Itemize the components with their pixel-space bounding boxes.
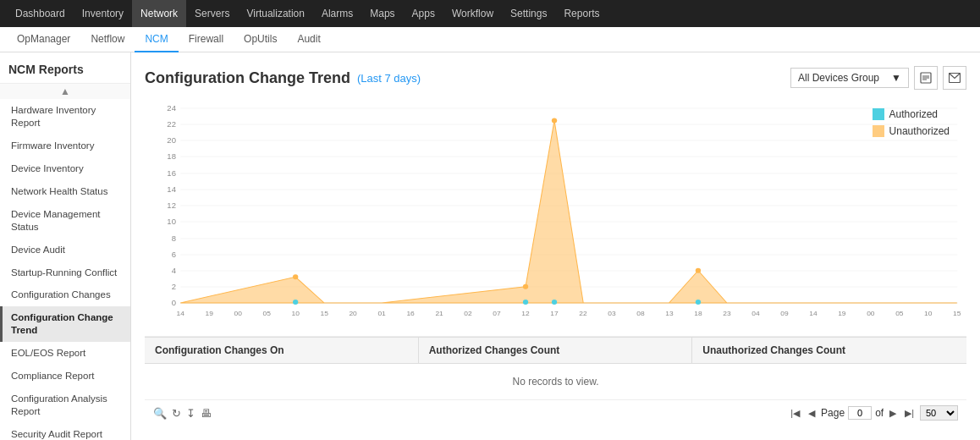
svg-text:4: 4	[172, 267, 176, 275]
svg-text:22: 22	[579, 310, 587, 317]
svg-text:19: 19	[838, 310, 846, 317]
report-controls: All Devices Group ▼	[790, 66, 966, 90]
svg-text:01: 01	[377, 310, 386, 317]
svg-text:18: 18	[167, 152, 176, 161]
subnav-netflow[interactable]: Netflow	[80, 27, 135, 52]
download-icon[interactable]: ↧	[186, 407, 195, 420]
svg-text:12: 12	[521, 310, 530, 317]
svg-text:10: 10	[167, 217, 176, 226]
nav-item-dashboard[interactable]: Dashboard	[7, 0, 74, 27]
per-page-select[interactable]: 50 100 25	[920, 405, 958, 421]
svg-text:03: 03	[608, 310, 616, 317]
legend-authorized: Authorized	[873, 108, 950, 120]
device-group-label: All Devices Group	[798, 72, 879, 84]
nav-item-servers[interactable]: Servers	[186, 0, 238, 27]
svg-text:10: 10	[291, 310, 300, 317]
sidebar-item-device-management[interactable]: Device Management Status	[0, 203, 130, 239]
print-icon[interactable]: 🖶	[201, 407, 212, 420]
svg-text:16: 16	[406, 310, 415, 317]
sidebar-item-security-audit[interactable]: Security Audit Report	[0, 423, 130, 440]
nav-item-alarms[interactable]: Alarms	[313, 0, 361, 27]
nav-item-virtualization[interactable]: Virtualization	[238, 0, 312, 27]
top-nav: Dashboard Inventory Network Servers Virt…	[0, 0, 980, 27]
subnav-firewall[interactable]: Firewall	[179, 27, 234, 52]
first-page-button[interactable]: |◀	[788, 407, 802, 420]
nav-item-apps[interactable]: Apps	[404, 0, 443, 27]
subnav-opmanager[interactable]: OpManager	[7, 27, 80, 52]
report-subtitle: (Last 7 days)	[357, 72, 421, 85]
svg-text:14: 14	[177, 310, 185, 317]
search-icon[interactable]: 🔍	[153, 407, 167, 420]
svg-text:14: 14	[809, 310, 818, 317]
authorized-label: Authorized	[889, 108, 938, 120]
svg-text:07: 07	[493, 310, 501, 317]
sidebar: NCM Reports ▲ Hardware Inventory Report …	[0, 52, 131, 440]
sidebar-item-config-change-trend[interactable]: Configuration Change Trend	[0, 306, 130, 342]
content-area: Configuration Change Trend (Last 7 days)…	[131, 52, 980, 440]
svg-text:09: 09	[780, 310, 789, 317]
nav-item-workflow[interactable]: Workflow	[443, 0, 502, 27]
sidebar-item-firmware-inventory[interactable]: Firmware Inventory	[0, 135, 130, 157]
next-page-button[interactable]: ▶	[887, 407, 899, 420]
table-section: Configuration Changes On Authorized Chan…	[145, 337, 966, 426]
svg-text:02: 02	[464, 310, 472, 317]
report-header: Configuration Change Trend (Last 7 days)…	[145, 66, 966, 90]
svg-text:23: 23	[723, 310, 731, 317]
svg-text:00: 00	[867, 310, 875, 317]
unauth-dot-4	[696, 268, 701, 273]
subnav-audit[interactable]: Audit	[287, 27, 330, 52]
subnav-oputils[interactable]: OpUtils	[234, 27, 287, 52]
refresh-icon[interactable]: ↻	[172, 407, 181, 420]
svg-text:13: 13	[665, 310, 674, 317]
sidebar-item-network-health[interactable]: Network Health Status	[0, 180, 130, 203]
sidebar-item-startup-running[interactable]: Startup-Running Conflict	[0, 261, 130, 284]
sub-nav: OpManager Netflow NCM Firewall OpUtils A…	[0, 27, 980, 52]
report-title: Configuration Change Trend	[145, 69, 350, 87]
unauth-dot-3	[552, 118, 557, 123]
svg-text:6: 6	[172, 250, 176, 259]
svg-text:15: 15	[953, 310, 961, 317]
svg-text:12: 12	[167, 201, 176, 210]
sidebar-item-hardware-inventory[interactable]: Hardware Inventory Report	[0, 99, 130, 135]
nav-item-network[interactable]: Network	[132, 0, 186, 27]
authorized-dot-1	[293, 300, 298, 305]
svg-text:17: 17	[550, 310, 559, 317]
device-group-dropdown[interactable]: All Devices Group ▼	[790, 68, 909, 88]
nav-item-inventory[interactable]: Inventory	[74, 0, 132, 27]
nav-item-maps[interactable]: Maps	[361, 0, 403, 27]
svg-text:18: 18	[694, 310, 702, 317]
email-button[interactable]	[943, 66, 966, 90]
sidebar-item-eol-eos[interactable]: EOL/EOS Report	[0, 342, 130, 365]
unauthorized-color	[873, 125, 884, 137]
export-pdf-button[interactable]	[914, 66, 938, 90]
sidebar-item-config-analysis[interactable]: Configuration Analysis Report	[0, 388, 130, 423]
svg-text:20: 20	[349, 310, 357, 317]
nav-item-settings[interactable]: Settings	[502, 0, 555, 27]
svg-text:8: 8	[172, 234, 176, 243]
sidebar-item-config-changes[interactable]: Configuration Changes	[0, 283, 130, 306]
col-header-authorized-count: Authorized Changes Count	[419, 338, 693, 363]
svg-text:10: 10	[924, 310, 933, 317]
sidebar-item-device-inventory[interactable]: Device Inventory	[0, 157, 130, 180]
col-header-unauthorized-count: Unauthorized Changes Count	[692, 338, 966, 363]
prev-page-button[interactable]: ◀	[806, 407, 818, 420]
sidebar-scroll-up[interactable]: ▲	[0, 83, 130, 99]
sidebar-item-compliance[interactable]: Compliance Report	[0, 365, 130, 388]
subnav-ncm[interactable]: NCM	[135, 27, 178, 52]
svg-text:04: 04	[752, 310, 760, 317]
svg-text:19: 19	[206, 310, 214, 317]
svg-text:00: 00	[234, 310, 242, 317]
svg-text:0: 0	[172, 299, 176, 307]
authorized-dot-3	[552, 300, 557, 305]
main-layout: NCM Reports ▲ Hardware Inventory Report …	[0, 52, 980, 440]
table-footer-actions: 🔍 ↻ ↧ 🖶	[153, 407, 212, 420]
table-footer: 🔍 ↻ ↧ 🖶 |◀ ◀ Page of ▶ ▶| 50 100	[145, 399, 966, 426]
svg-text:05: 05	[262, 310, 271, 317]
page-number-input[interactable]	[848, 406, 872, 420]
unauthorized-label: Unauthorized	[889, 125, 950, 137]
table-header: Configuration Changes On Authorized Chan…	[145, 338, 966, 364]
pagination-controls: |◀ ◀ Page of ▶ ▶| 50 100 25	[788, 405, 958, 421]
last-page-button[interactable]: ▶|	[902, 407, 917, 420]
sidebar-item-device-audit[interactable]: Device Audit	[0, 239, 130, 261]
nav-item-reports[interactable]: Reports	[555, 0, 608, 27]
